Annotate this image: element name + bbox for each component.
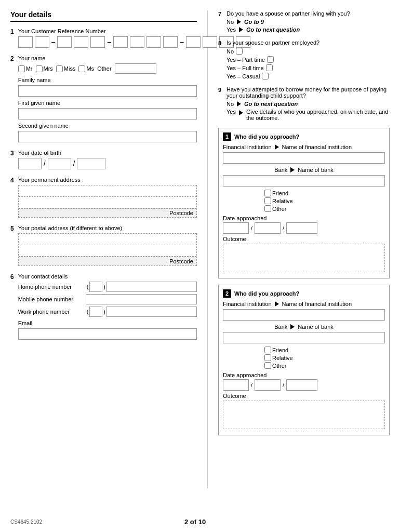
box2-financial-input[interactable] [223,309,385,321]
q7-yes-arrow [239,27,243,32]
first-given-input[interactable] [18,108,197,119]
box2-friend[interactable]: Friend [264,347,288,353]
home-phone-area[interactable] [89,282,102,292]
q8-no-row: No [226,48,390,55]
q9-number: 9 [218,87,226,93]
question-4: 4 Your permanent address Postcode [10,177,197,218]
title-mr[interactable]: Mr [18,65,33,72]
title-mr-checkbox[interactable] [18,65,25,72]
box1-bank-input[interactable] [223,175,385,187]
question-5: 5 Your postal address (if different to a… [10,225,197,266]
crn-box-5[interactable] [90,36,105,48]
crn-box-2[interactable] [35,36,49,48]
box1-date-row: Date approached / / [223,215,385,234]
crn-box-8[interactable] [146,36,161,48]
second-given-input[interactable] [18,131,197,142]
box1-date-day[interactable] [223,222,249,234]
box2-friend-checkbox[interactable] [264,347,271,353]
home-paren-close: ) [102,284,106,290]
postal-postcode-row: Postcode [19,257,196,265]
crn-box-3[interactable] [57,36,72,48]
work-phone-row: Work phone number ( ) [18,307,197,317]
box1-other-checkbox[interactable] [264,205,271,212]
home-phone-label: Home phone number [18,284,86,290]
q7-no-arrow [237,19,241,24]
crn-box-9[interactable] [163,36,178,48]
q7-text: Do you have a spouse or partner living w… [226,10,390,17]
email-input[interactable] [18,328,197,340]
crn-box-1[interactable] [18,36,33,48]
title-mrs-checkbox[interactable] [36,65,43,72]
box2-financial-label: Financial institution [223,301,272,307]
box2-other-checkbox[interactable] [264,362,271,369]
family-name-input[interactable] [18,85,197,97]
box1-outcome-input[interactable] [223,244,385,272]
postal-address-line2[interactable] [19,245,196,257]
crn-box-6[interactable] [113,36,128,48]
crn-box-4[interactable] [74,36,88,48]
work-phone-number[interactable] [106,307,197,317]
perm-address-line2[interactable] [19,197,196,208]
title-mrs[interactable]: Mrs [36,65,53,72]
box2-date-month[interactable] [255,379,281,391]
q8-parttime-checkbox[interactable] [267,56,274,63]
box1-other[interactable]: Other [264,205,287,212]
box1-friend[interactable]: Friend [264,190,288,196]
home-phone-number[interactable] [106,282,197,292]
question-9: 9 Have you attempted to borrow money for… [218,86,390,123]
q8-no-checkbox[interactable] [236,48,243,55]
q9-yes-arrow [239,110,243,115]
work-paren-close: ) [102,309,106,315]
q5-number: 5 [10,225,14,232]
q8-casual-checkbox[interactable] [262,73,269,79]
q9-no-row: No Go to next question [226,101,390,107]
postal-address-line1[interactable] [19,234,196,245]
box2-bank-input[interactable] [223,332,385,343]
q1-number: 1 [10,28,14,35]
box1-relative-checkbox[interactable] [264,197,271,204]
dob-sep-2: / [73,159,75,168]
perm-address-line1[interactable] [19,185,196,197]
dob-year[interactable] [77,158,105,169]
title-ms-checkbox[interactable] [78,65,85,72]
title-other-label: Other [97,65,112,72]
dob-month[interactable] [48,158,71,169]
title-miss[interactable]: Miss [56,65,76,72]
work-phone-area[interactable] [89,307,102,317]
question-2: 2 Your name Mr Mrs Miss [10,55,197,142]
box1-date-year[interactable] [286,222,317,234]
box1-date-month[interactable] [255,222,281,234]
q4-label: Your permanent address [18,177,197,183]
box2-date-day[interactable] [223,379,249,391]
crn-box-10[interactable] [186,36,201,48]
box2-relative-checkbox[interactable] [264,354,271,361]
box1-financial-input[interactable] [223,152,385,164]
perm-postcode-label: Postcode [169,210,193,216]
dob-day[interactable] [18,158,42,169]
box1-relative[interactable]: Relative [264,197,293,204]
dob-container: / / [18,158,197,169]
mobile-phone-input[interactable] [86,294,197,304]
title-ms[interactable]: Ms [78,65,94,72]
question-6: 6 Your contact details Home phone number… [10,273,197,340]
permanent-address-box: Postcode [18,185,197,218]
box2-date-row: Date approached / / [223,372,385,391]
box1-financial-arrow-text: Name of financial institution [282,144,352,150]
q7-yes-goto: Go to next question [246,26,300,33]
title-other-input[interactable] [115,63,156,74]
perm-postcode-row: Postcode [19,208,196,217]
q9-yes-goto: Give details of who you approached, on w… [246,109,390,121]
box1-friend-checkbox[interactable] [264,190,271,196]
work-phone-label: Work phone number [18,309,86,315]
q2-number: 2 [10,55,14,62]
crn-box-7[interactable] [130,36,144,48]
box2-outcome-input[interactable] [223,401,385,429]
box2-date-sep1: / [251,382,252,388]
second-given-label: Second given name [18,123,197,129]
box2-relative[interactable]: Relative [264,354,293,361]
title-miss-checkbox[interactable] [56,65,63,72]
box2-other[interactable]: Other [264,362,287,369]
question-7: 7 Do you have a spouse or partner living… [218,10,390,34]
q8-fulltime-checkbox[interactable] [266,64,273,71]
box2-date-year[interactable] [286,379,317,391]
